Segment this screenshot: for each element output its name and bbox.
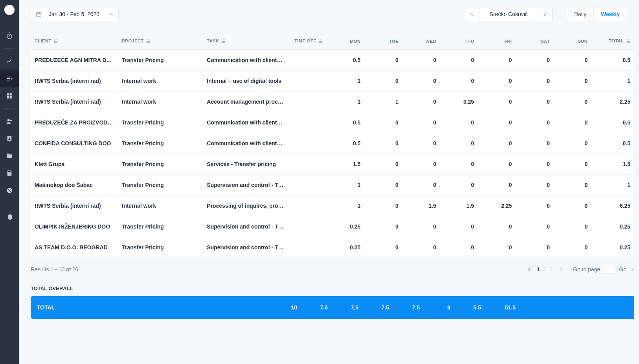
cell-sun: 0 (554, 70, 591, 91)
calculator-icon (6, 170, 13, 177)
col-project[interactable]: PROJECT☰ (118, 33, 203, 49)
cell-wed: 0 (402, 174, 440, 195)
cell-tue: 0 (364, 195, 402, 216)
cell-project: Transfer Pricing (118, 154, 203, 174)
nav-calc[interactable] (0, 165, 19, 182)
cell-total: 1 (591, 70, 634, 91)
cell-thu: 0 (440, 70, 478, 91)
chevron-right-icon (558, 267, 564, 272)
cell-fri: 0 (478, 91, 516, 112)
results-label: Results 1 - 10 of 26 (31, 266, 78, 273)
page-number-1[interactable]: 1 (536, 266, 542, 273)
page-number-3[interactable]: 3 (548, 266, 554, 273)
avatar[interactable] (4, 5, 15, 15)
list-check-icon (6, 75, 13, 82)
goto-page-input[interactable] (604, 265, 615, 274)
cell-tue: 0 (364, 237, 402, 258)
table-row[interactable]: !!WTS Serbia (interni rad)Internal workP… (31, 195, 634, 216)
grid-icon (6, 92, 13, 99)
sidebar (0, 0, 19, 364)
user-name-label[interactable]: Srećko Ćosović (479, 7, 538, 21)
total-sun: 5.5 (454, 304, 485, 311)
cell-total: 2.25 (591, 91, 634, 112)
table-row[interactable]: !!WTS Serbia (interni rad)Internal workI… (31, 70, 634, 91)
cell-sat: 0 (516, 154, 554, 174)
col-timeoff[interactable]: TIME OFF☰ (288, 33, 327, 49)
nav-timer[interactable] (0, 27, 19, 44)
cell-total: 0.5 (591, 49, 634, 70)
col-task[interactable]: TASK☰ (203, 33, 288, 49)
svg-rect-3 (7, 96, 9, 99)
table-row[interactable]: !!WTS Serbia (interni rad)Internal workA… (31, 91, 634, 112)
cell-thu: 0.25 (440, 91, 478, 112)
prev-user-button[interactable] (465, 7, 479, 21)
cell-tue: 0 (364, 70, 402, 91)
cell-timeoff (288, 237, 327, 258)
table-row[interactable]: PREDUZEĆE ZA PROIZVOD…Transfer PricingCo… (31, 112, 634, 133)
cell-wed: 0 (402, 91, 440, 112)
nav-timesheet[interactable] (0, 70, 19, 87)
page-prev-button[interactable] (526, 267, 532, 272)
total-fri: 7.5 (393, 304, 424, 311)
sort-icon: ☰ (626, 39, 631, 44)
view-daily-button[interactable]: Daily (567, 7, 593, 21)
cell-thu: 0 (440, 154, 478, 174)
nav-contact[interactable] (0, 130, 19, 147)
divider (4, 23, 15, 23)
table-row[interactable]: OLIMPIK INŽENJERING DOOTransfer PricingS… (31, 216, 634, 237)
svg-rect-2 (10, 93, 12, 95)
cell-task: Supervision and control - T… (203, 216, 288, 237)
page-next-button[interactable] (558, 267, 564, 272)
nav-dashboard[interactable] (0, 87, 19, 104)
cell-tue: 0 (364, 112, 402, 133)
cell-tue: 0 (364, 49, 402, 70)
next-user-button[interactable] (538, 7, 552, 21)
col-total[interactable]: TOTAL☰ (591, 33, 634, 49)
sort-icon: ☰ (319, 39, 323, 44)
col-tue: TUE (364, 33, 402, 49)
cell-sun: 0 (554, 174, 591, 195)
cell-total: 0.5 (591, 133, 634, 154)
cell-tue: 0 (364, 216, 402, 237)
cell-wed: 0 (402, 237, 440, 258)
cell-total: 1.5 (591, 154, 634, 174)
goto-page-label: Go to page (573, 266, 600, 273)
date-range-picker[interactable]: Jan 30 - Feb 5, 2023 (31, 7, 119, 21)
cell-sat: 0 (516, 112, 554, 133)
table-row[interactable]: CONFIDA CONSULTING DOOTransfer PricingCo… (31, 133, 634, 154)
nav-insights[interactable] (0, 53, 19, 70)
cell-sun: 0 (554, 195, 591, 216)
close-icon (109, 12, 114, 16)
nav-team[interactable] (0, 113, 19, 130)
cell-total: 0.25 (591, 216, 634, 237)
svg-point-8 (9, 137, 10, 139)
table-row[interactable]: Mašinokop doo ŠabacTransfer PricingSuper… (31, 174, 634, 195)
cell-client: !!WTS Serbia (interni rad) (31, 195, 118, 216)
col-thu: THU (440, 33, 478, 49)
nav-settings[interactable] (0, 209, 19, 226)
cell-sat: 0 (516, 49, 554, 70)
col-client[interactable]: CLIENT☰ (31, 33, 118, 49)
cell-client: Mašinokop doo Šabac (31, 174, 118, 195)
total-wed: 7.5 (332, 304, 362, 311)
col-mon: MON (327, 33, 364, 49)
goto-page-button[interactable]: Go (619, 266, 626, 273)
svg-rect-12 (37, 13, 41, 16)
cell-mon: 1 (327, 91, 364, 112)
view-weekly-button[interactable]: Weekly (593, 7, 627, 21)
table-row[interactable]: Klett GrupaTransfer PricingServices - Tr… (31, 154, 634, 174)
cell-fri: 0 (478, 49, 516, 70)
cell-sun: 0 (554, 49, 591, 70)
calendar-icon (36, 11, 42, 17)
chevron-right-icon (630, 267, 634, 271)
page-number-2[interactable]: 2 (542, 266, 548, 273)
nav-files[interactable] (0, 147, 19, 165)
clear-date-button[interactable] (109, 12, 114, 16)
total-sat: 6 (424, 304, 454, 311)
table-row[interactable]: AS TEAM D.O.O. BEOGRADTransfer PricingSu… (31, 237, 634, 258)
table-row[interactable]: PREDUZEĆE AGN MITRA D…Transfer PricingCo… (31, 49, 634, 70)
cell-project: Transfer Pricing (118, 216, 203, 237)
stopwatch-icon (6, 32, 13, 39)
nav-globe[interactable] (0, 182, 19, 199)
cell-timeoff (288, 195, 327, 216)
